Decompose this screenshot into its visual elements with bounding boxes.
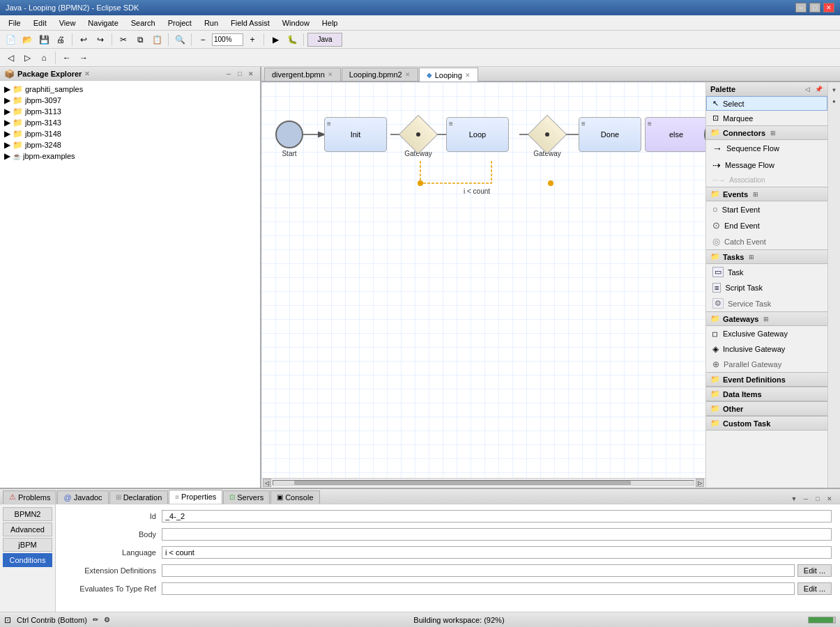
toolbar-home[interactable]: ⌂ (36, 51, 52, 65)
bottom-panel-maximize-btn[interactable]: □ (813, 494, 823, 504)
explorer-maximize-btn[interactable]: □ (235, 69, 245, 79)
minimize-button[interactable]: – (795, 3, 807, 13)
toolbar-java[interactable]: Java (307, 33, 342, 47)
toolbar-run[interactable]: ▶ (268, 33, 283, 47)
toolbar-paste[interactable]: 📋 (149, 33, 165, 47)
menu-file[interactable]: File (3, 17, 26, 29)
palette-task[interactable]: ▭ Task (706, 264, 827, 280)
tab-problems[interactable]: ⚠ Problems (3, 490, 56, 504)
evaluatestotype-edit-btn[interactable]: Edit ... (797, 582, 832, 595)
menu-help[interactable]: Help (316, 17, 344, 29)
toolbar-undo[interactable]: ↩ (76, 33, 91, 47)
palette-section-other[interactable]: 📁 Other (706, 401, 827, 416)
menu-run[interactable]: Run (199, 17, 224, 29)
prop-tab-bpmn2[interactable]: BPMN2 (3, 507, 52, 521)
scroll-right-btn[interactable]: ▷ (696, 479, 704, 487)
connectors-expand-btn[interactable]: ⊞ (768, 130, 778, 137)
toolbar-back[interactable]: ← (59, 51, 75, 65)
palette-collapse-btn[interactable]: ◁ (802, 86, 812, 93)
bpmn-loop-task[interactable]: ≡ Loop (446, 117, 509, 152)
toolbar-print[interactable]: 🖨 (53, 33, 68, 47)
bpmn-init-task[interactable]: ≡ Init (324, 117, 387, 152)
tasks-expand-btn[interactable]: ⊞ (747, 254, 756, 261)
palette-association[interactable]: ···→ Association (706, 173, 827, 187)
gateways-expand-btn[interactable]: ⊞ (761, 316, 771, 323)
tab-properties[interactable]: ≡ Properties (169, 490, 222, 504)
list-item[interactable]: ▶ 📁 jbpm-3143 (3, 117, 257, 128)
body-input[interactable] (162, 528, 832, 541)
bpmn-else-task[interactable]: ≡ else (645, 117, 705, 152)
scroll-left-btn[interactable]: ◁ (263, 479, 271, 487)
menu-fieldassist[interactable]: Field Assist (225, 17, 275, 29)
prop-tab-advanced[interactable]: Advanced (3, 522, 52, 536)
extensiondefs-edit-btn[interactable]: Edit ... (797, 564, 832, 577)
bpmn-canvas[interactable]: i < count Start ≡ Init (261, 82, 705, 478)
canvas-scrollbar[interactable]: ◁ ▷ (261, 478, 705, 488)
zoom-out-btn[interactable]: − (195, 33, 211, 47)
bpmn-end-event[interactable]: End (704, 121, 705, 157)
list-item[interactable]: ▶ 📁 jbpm-3248 (3, 139, 257, 150)
zoom-in-btn[interactable]: + (245, 33, 260, 47)
toolbar-prev[interactable]: ◁ (3, 51, 18, 65)
toolbar-next[interactable]: ▷ (20, 51, 35, 65)
maximize-button[interactable]: □ (809, 3, 820, 13)
palette-inclusive-gateway[interactable]: ◈ Inclusive Gateway (706, 341, 827, 357)
prop-tab-conditions[interactable]: Conditions (3, 553, 52, 567)
tab-divergent[interactable]: divergent.bpmn ✕ (264, 68, 341, 81)
zoom-input[interactable]: 100% (212, 33, 243, 46)
palette-section-gateways[interactable]: 📁 Gateways ⊞ (706, 311, 827, 326)
bpmn-start-event[interactable]: Start (275, 121, 303, 157)
tab-looping[interactable]: ◆ Looping ✕ (419, 68, 478, 82)
toolbar-copy[interactable]: ⧉ (132, 33, 148, 47)
bottom-panel-close-btn[interactable]: ✕ (825, 494, 834, 504)
menu-view[interactable]: View (54, 17, 82, 29)
prop-tab-jbpm[interactable]: jBPM (3, 538, 52, 552)
explorer-close-btn[interactable]: ✕ (246, 69, 256, 79)
tab-declaration[interactable]: ⊞ Declaration (109, 490, 169, 504)
close-button[interactable]: ✕ (823, 3, 834, 13)
palette-service-task[interactable]: ⚙ Service Task (706, 295, 827, 311)
evaluatestotype-input[interactable] (162, 582, 795, 595)
palette-message-flow[interactable]: ⇢ Message Flow (706, 157, 827, 173)
palette-select[interactable]: ↖ Select (706, 96, 827, 111)
list-item[interactable]: ▶ 📁 jbpm-3148 (3, 128, 257, 139)
menu-navigate[interactable]: Navigate (82, 17, 123, 29)
palette-sequence-flow[interactable]: → Sequence Flow (706, 140, 827, 157)
list-item[interactable]: ▶ 📁 jbpm-3113 (3, 106, 257, 117)
bpmn-gateway2[interactable]: Gateway (533, 121, 561, 157)
menu-window[interactable]: Window (277, 17, 315, 29)
tab-looping-bpmn2[interactable]: Looping.bpmn2 ✕ (342, 68, 418, 81)
tab-javadoc[interactable]: @ Javadoc (57, 490, 108, 504)
list-item[interactable]: ▶ 📁 graphiti_samples (3, 84, 257, 95)
palette-exclusive-gateway[interactable]: ◇ Exclusive Gateway (706, 326, 827, 341)
toolbar-redo[interactable]: ↪ (93, 33, 108, 47)
palette-pin-btn[interactable]: 📌 (814, 86, 823, 93)
bottom-panel-minimize-btn[interactable]: ─ (801, 494, 811, 504)
tab-console[interactable]: ▣ Console (270, 490, 319, 504)
toolbar-debug[interactable]: 🐛 (284, 33, 300, 47)
bpmn-gateway1[interactable]: Gateway (404, 121, 432, 157)
palette-catch-event[interactable]: ◎ Catch Event (706, 233, 827, 249)
tab-looping-bpmn2-close[interactable]: ✕ (405, 71, 411, 78)
toolbar-new[interactable]: 📄 (3, 33, 18, 47)
tab-looping-close[interactable]: ✕ (465, 72, 471, 79)
palette-script-task[interactable]: ≡ Script Task (706, 280, 827, 295)
toolbar-search[interactable]: 🔍 (172, 33, 188, 47)
toolbar-cut[interactable]: ✂ (116, 33, 131, 47)
menu-edit[interactable]: Edit (28, 17, 52, 29)
bpmn-done-task[interactable]: ≡ Done (579, 117, 641, 152)
palette-section-dataitems[interactable]: 📁 Data Items (706, 387, 827, 401)
palette-section-tasks[interactable]: 📁 Tasks ⊞ (706, 249, 827, 264)
language-input[interactable] (162, 546, 832, 559)
palette-section-connectors[interactable]: 📁 Connectors ⊞ (706, 125, 827, 140)
palette-start-event[interactable]: ○ Start Event (706, 201, 827, 217)
menu-search[interactable]: Search (125, 17, 161, 29)
palette-section-eventdefs[interactable]: 📁 Event Definitions (706, 372, 827, 387)
tab-servers[interactable]: ⊡ Servers (223, 490, 270, 504)
id-input[interactable] (162, 510, 832, 522)
toolbar-forward[interactable]: → (76, 51, 91, 65)
palette-section-events[interactable]: 📁 Events ⊞ (706, 187, 827, 201)
palette-end-event[interactable]: ⊙ End Event (706, 217, 827, 233)
toolbar-save[interactable]: 💾 (36, 33, 52, 47)
right-strip-btn2[interactable]: ● (830, 96, 839, 106)
